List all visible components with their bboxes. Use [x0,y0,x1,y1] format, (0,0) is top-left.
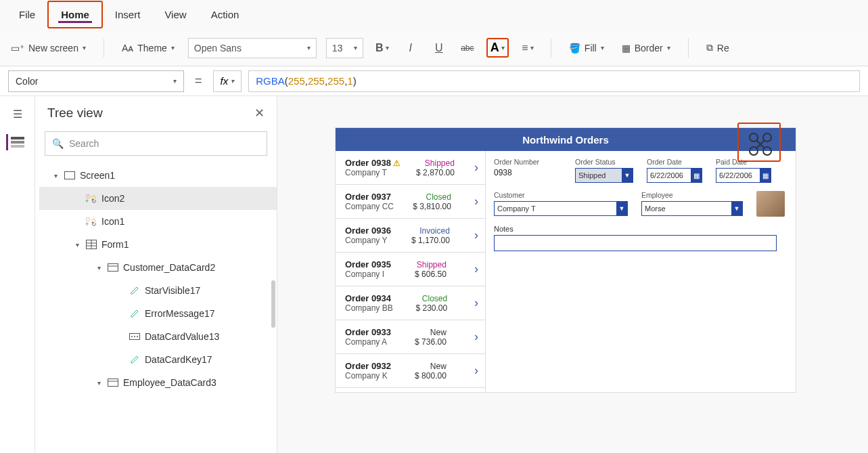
order-date-input[interactable]: 6/22/2006 ▦ [647,168,702,183]
employee-dropdown[interactable]: Morse ▼ [641,201,743,216]
expand-icon[interactable]: ▾ [73,241,81,249]
tree-item-label: Employee_DataCard3 [123,377,216,388]
fill-label: Fill [585,43,597,53]
notes-input[interactable] [494,235,777,251]
chevron-down-icon: ▾ [354,44,357,51]
search-input[interactable]: 🔍 Search [45,131,267,156]
order-id: Order 0937 [345,192,394,202]
search-placeholder: Search [69,138,99,149]
new-screen-button[interactable]: ▭⁺ New screen ▾ [7,40,90,56]
order-company: Company CC [345,202,394,211]
order-status: New [430,328,447,337]
iconadd-icon: ♡◇+↻ [85,192,97,204]
theme-button[interactable]: Aᴀ Theme ▾ [118,40,179,56]
align-button[interactable]: ≡▾ [518,39,537,58]
order-row[interactable]: Order 0933Company ANew$ 736.00› [336,320,485,354]
order-amount: $ 800.00 [415,371,447,381]
order-row[interactable]: Order 0935Company IShipped$ 606.50› [336,253,485,286]
menu-action[interactable]: Action [199,2,252,27]
bold-button[interactable]: B▾ [373,39,392,58]
expand-icon[interactable]: ▾ [51,172,60,179]
tree-item-label: StarVisible17 [145,285,200,296]
svg-rect-0 [11,137,24,139]
order-status: Invoiced [419,226,450,236]
order-row[interactable]: Order 0936Company YInvoiced$ 1,170.00› [336,219,485,253]
tree-item[interactable]: StarVisible17 [39,279,277,302]
order-row[interactable]: Order 0937Company CCClosed$ 3,810.00› [336,185,485,219]
card-icon [107,376,119,389]
font-size-dropdown[interactable]: 13 ▾ [326,38,363,58]
property-dropdown[interactable]: Color ▾ [8,70,184,92]
order-amount: $ 230.00 [415,303,447,313]
expand-icon[interactable]: ▾ [95,379,103,387]
paid-date-value: 6/22/2006 [719,171,752,179]
order-company: Company T [345,168,401,177]
order-status: New [430,362,447,371]
italic-button[interactable]: I [401,39,420,58]
tree-item[interactable]: ▾Employee_DataCard3 [39,371,277,394]
order-amount: $ 606.50 [415,269,447,279]
reorder-button[interactable]: ⧉ Re [702,39,733,56]
tree-item[interactable]: ♡◇+↻Icon1 [39,210,277,233]
fx-button[interactable]: fx ▾ [213,70,242,92]
chevron-right-icon: › [474,194,478,209]
card-icon [107,261,119,274]
fill-button[interactable]: 🪣 Fill ▾ [565,40,608,56]
svg-text:↻: ↻ [91,198,97,203]
underline-button[interactable]: U [430,39,449,58]
svg-point-19 [131,336,133,337]
chevron-down-icon: ▾ [171,44,175,51]
font-color-button[interactable]: A▾ [486,38,509,58]
menu-bar: File Home Insert View Action [0,0,868,30]
order-row[interactable]: Order 0938⚠Company TShipped$ 2,870.00› [336,151,485,185]
order-id: Order 0935 [345,259,391,269]
hamburger-icon[interactable]: ☰ [7,106,28,122]
tree-item[interactable]: DataCardValue13 [39,325,277,348]
order-row[interactable]: Order 0934Company BBClosed$ 230.00› [336,286,485,320]
tree-item[interactable]: DataCardKey17 [39,348,277,371]
calendar-icon: ▦ [760,169,771,182]
scrollbar[interactable] [271,280,275,328]
order-list[interactable]: Order 0938⚠Company TShipped$ 2,870.00›Or… [336,151,486,392]
close-icon[interactable]: ✕ [254,106,265,121]
canvas-area: Northwind Orders Order 0938⚠Company TShi… [277,96,868,453]
order-date-label: Order Date [647,158,702,166]
tree-view-icon[interactable] [6,134,26,150]
svg-text:+: + [85,221,89,226]
order-detail: Order Number 0938 Order Status Shipped ▼… [486,151,796,392]
svg-point-20 [134,336,135,337]
strikethrough-button[interactable]: abc [458,39,477,58]
menu-view[interactable]: View [152,2,198,27]
tree-list: ▾Screen1♡◇+↻Icon2♡◇+↻Icon1▾Form1▾Custome… [35,161,277,453]
expand-icon[interactable]: ▾ [95,264,103,272]
equals-label: = [191,74,206,88]
tree-item[interactable]: ErrorMessage17 [39,302,277,325]
edit-icon [129,284,141,297]
font-family-dropdown[interactable]: Open Sans ▾ [188,38,317,58]
menu-file[interactable]: File [7,2,47,27]
order-amount: $ 1,170.00 [411,236,450,245]
formula-arg: 255 [288,75,305,87]
chevron-right-icon: › [474,160,478,175]
customer-dropdown[interactable]: Company T ▼ [494,201,628,216]
menu-insert[interactable]: Insert [103,2,153,27]
paid-date-label: Paid Date [716,158,771,166]
tree-item[interactable]: ▾Form1 [39,233,277,256]
border-button[interactable]: ▦ Border ▾ [618,40,675,56]
notes-label: Notes [494,225,787,233]
employee-photo [756,191,785,217]
main-area: ☰ Tree view ✕ 🔍 Search ▾Screen1♡◇+↻Icon2… [0,96,868,453]
tree-item-label: Icon1 [101,216,124,227]
formula-input[interactable]: RGBA(255, 255, 255, 1) [248,70,860,92]
app-canvas[interactable]: Northwind Orders Order 0938⚠Company TShi… [336,128,796,392]
tree-item[interactable]: ▾Screen1 [39,164,277,187]
menu-home[interactable]: Home [47,1,103,28]
tree-item[interactable]: ▾Customer_DataCard2 [39,256,277,279]
order-company: Company Y [345,236,391,245]
paid-date-input[interactable]: 6/22/2006 ▦ [716,168,771,183]
order-company: Company K [345,371,391,381]
tree-item[interactable]: ♡◇+↻Icon2 [39,187,277,210]
tree-item-label: Form1 [101,239,129,250]
order-status-dropdown[interactable]: Shipped ▼ [575,168,633,183]
order-row[interactable]: Order 0932Company KNew$ 800.00› [336,354,485,388]
